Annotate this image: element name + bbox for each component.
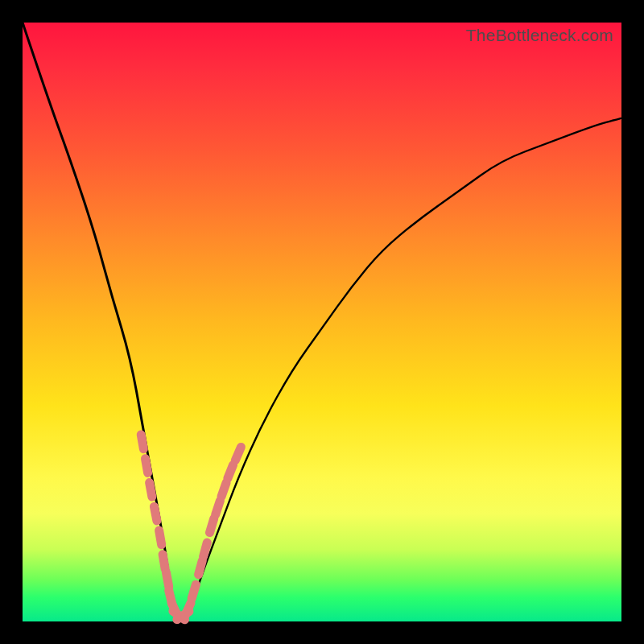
curve-marker xyxy=(216,501,221,514)
curve-marker xyxy=(199,560,203,574)
curve-marker xyxy=(159,530,162,545)
curve-marker xyxy=(154,506,157,521)
plot-area: TheBottleneck.com xyxy=(23,23,621,621)
curve-marker xyxy=(146,459,148,473)
curve-right-branch xyxy=(178,118,621,621)
chart-svg xyxy=(23,23,621,621)
curve-marker xyxy=(150,483,152,497)
curve-marker xyxy=(221,483,226,497)
curve-marker xyxy=(210,518,214,532)
chart-frame: TheBottleneck.com xyxy=(0,0,644,644)
curve-marker xyxy=(185,603,191,616)
marker-group xyxy=(141,435,241,620)
curve-marker xyxy=(192,584,196,598)
curve-marker xyxy=(163,555,165,569)
curve-marker xyxy=(166,572,168,587)
curve-marker xyxy=(235,447,241,460)
curve-marker xyxy=(228,465,233,479)
curve-marker xyxy=(141,435,143,449)
curve-marker xyxy=(204,543,208,556)
